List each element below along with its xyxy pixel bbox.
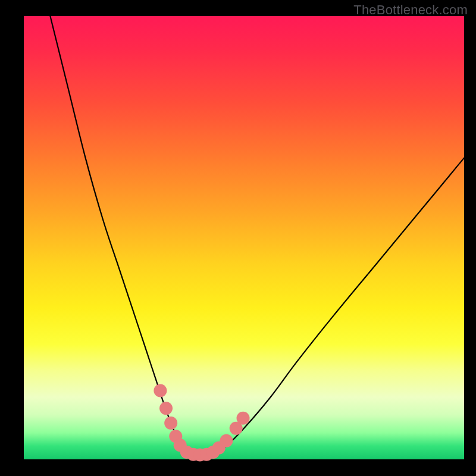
highlight-markers — [154, 384, 249, 462]
highlight-dot — [237, 412, 250, 425]
bottleneck-curve — [50, 16, 464, 455]
highlight-dot — [164, 416, 177, 430]
curve-group — [50, 16, 464, 455]
chart-frame: TheBottleneck.com — [0, 0, 476, 476]
chart-svg — [24, 16, 464, 459]
highlight-dot — [159, 402, 173, 415]
plot-area — [24, 16, 464, 459]
watermark-text: TheBottleneck.com — [353, 2, 468, 18]
highlight-dot — [220, 434, 233, 447]
highlight-dot — [154, 384, 167, 397]
